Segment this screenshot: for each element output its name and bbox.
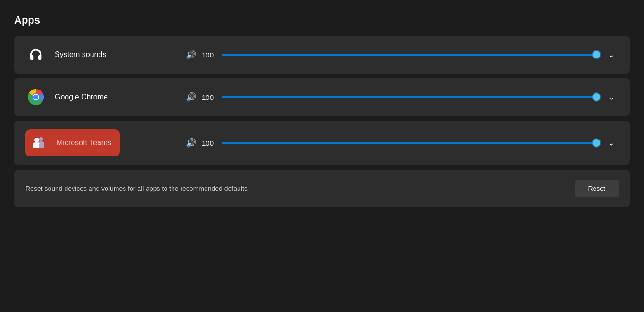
google-chrome-volume-area: 🔊 100 xyxy=(186,92,596,102)
microsoft-teams-icon-wrap xyxy=(30,134,48,152)
microsoft-teams-volume-area: 🔊 100 xyxy=(186,138,596,148)
system-sounds-icon-wrap xyxy=(25,44,46,65)
google-chrome-slider-thumb xyxy=(593,93,600,101)
microsoft-teams-name: Microsoft Teams xyxy=(57,139,111,147)
microsoft-teams-slider-track xyxy=(222,142,596,144)
system-sounds-slider-thumb xyxy=(593,51,600,58)
google-chrome-name: Google Chrome xyxy=(55,93,108,101)
microsoft-teams-slider-thumb xyxy=(593,139,600,147)
google-chrome-slider-track xyxy=(222,96,596,98)
google-chrome-card: Google Chrome 🔊 100 ⌄ xyxy=(14,78,630,116)
google-chrome-volume-value: 100 xyxy=(202,93,216,101)
chrome-icon xyxy=(27,88,45,106)
system-sounds-slider-track xyxy=(222,54,596,56)
reset-description: Reset sound devices and volumes for all … xyxy=(25,185,248,192)
microsoft-teams-expand-button[interactable]: ⌄ xyxy=(604,136,619,150)
microsoft-teams-highlight: Microsoft Teams xyxy=(25,129,120,156)
system-sounds-volume-value: 100 xyxy=(202,51,216,59)
system-sounds-app-info: System sounds xyxy=(25,44,186,65)
headphones-icon xyxy=(27,46,45,64)
microsoft-teams-volume-icon: 🔊 xyxy=(186,138,196,148)
google-chrome-icon-wrap xyxy=(25,87,46,107)
google-chrome-expand-button[interactable]: ⌄ xyxy=(604,90,619,104)
microsoft-teams-app-info: Microsoft Teams xyxy=(25,129,186,156)
google-chrome-app-info: Google Chrome xyxy=(25,87,186,107)
microsoft-teams-volume-value: 100 xyxy=(202,139,216,147)
reset-button[interactable]: Reset xyxy=(575,180,619,197)
system-sounds-card: System sounds 🔊 100 ⌄ xyxy=(14,36,630,74)
system-sounds-slider[interactable] xyxy=(222,53,596,56)
svg-point-3 xyxy=(33,95,38,99)
system-sounds-name: System sounds xyxy=(55,50,106,59)
system-sounds-volume-area: 🔊 100 xyxy=(186,49,596,60)
google-chrome-volume-icon: 🔊 xyxy=(186,92,196,102)
microsoft-teams-slider[interactable] xyxy=(222,141,596,144)
page-title: Apps xyxy=(14,14,630,26)
svg-point-5 xyxy=(34,138,39,142)
system-sounds-volume-icon: 🔊 xyxy=(186,49,196,60)
microsoft-teams-card: Microsoft Teams 🔊 100 ⌄ xyxy=(14,121,630,165)
google-chrome-slider[interactable] xyxy=(222,96,596,99)
svg-point-4 xyxy=(39,137,43,141)
system-sounds-expand-button[interactable]: ⌄ xyxy=(604,48,619,62)
teams-icon xyxy=(31,134,48,151)
reset-card: Reset sound devices and volumes for all … xyxy=(14,170,630,207)
